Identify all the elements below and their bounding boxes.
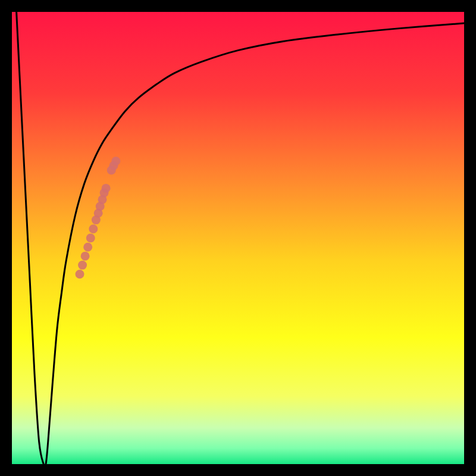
highlight-dot	[76, 270, 84, 278]
highlight-dot	[78, 261, 87, 270]
highlight-dot	[111, 156, 120, 165]
highlight-dot	[86, 234, 95, 243]
highlight-dot	[89, 224, 98, 233]
gradient-background	[12, 12, 464, 464]
highlight-dot	[81, 252, 90, 261]
highlight-dot	[83, 243, 92, 252]
bottleneck-plot	[12, 12, 464, 464]
chart-frame: TheBottleneck.com	[12, 12, 464, 464]
highlight-dot	[102, 184, 111, 193]
